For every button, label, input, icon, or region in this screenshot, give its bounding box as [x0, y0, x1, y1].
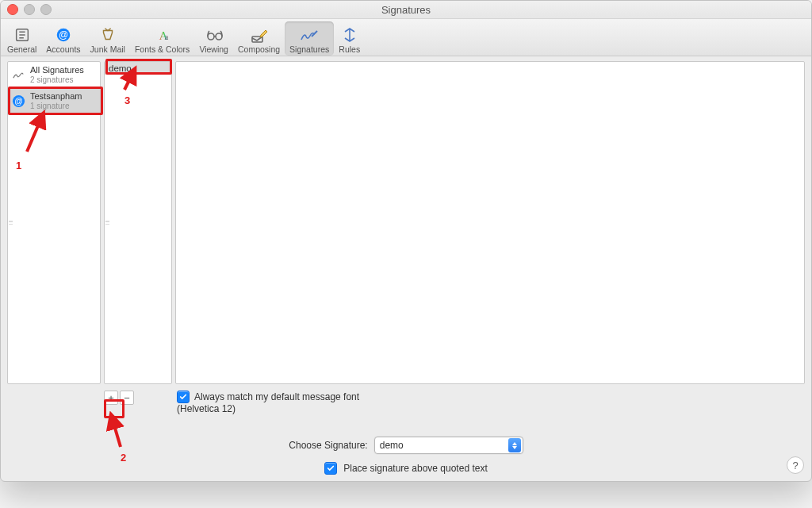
tab-label: Composing: [238, 44, 280, 54]
place-above-row: Place signature above quoted text: [1, 462, 811, 475]
account-subtitle: 1 signature: [30, 102, 82, 111]
at-icon: @: [53, 26, 74, 44]
below-columns: + − Always match my default message font…: [1, 387, 811, 416]
tab-junk[interactable]: Junk Mail: [86, 21, 130, 56]
tab-rules[interactable]: Rules: [334, 21, 365, 56]
remove-signature-button[interactable]: −: [120, 391, 134, 405]
choose-signature-value: demo: [380, 440, 404, 451]
tab-viewing[interactable]: Viewing: [194, 21, 233, 56]
tab-label: Fonts & Colors: [135, 44, 190, 54]
window-controls: [7, 4, 52, 15]
tab-general[interactable]: General: [2, 21, 41, 56]
tab-composing[interactable]: Composing: [233, 21, 285, 56]
titlebar: Signatures: [1, 1, 811, 19]
junk-icon: [98, 26, 118, 44]
window-close-button[interactable]: [7, 4, 18, 15]
svg-point-9: [216, 33, 222, 40]
tab-label: Junk Mail: [90, 44, 125, 54]
gear-icon: [12, 26, 33, 44]
svg-point-8: [208, 33, 214, 40]
signature-icon: [12, 68, 25, 82]
match-font-row: Always match my default message font: [177, 391, 803, 403]
at-icon: @: [12, 94, 25, 108]
preferences-toolbar: General @ Accounts Junk Mail A a Fonts &…: [1, 19, 811, 56]
svg-text:@: @: [59, 29, 68, 40]
place-above-label: Place signature above quoted text: [343, 463, 487, 474]
choose-signature-row: Choose Signature: demo: [1, 437, 811, 454]
signature-list-footer: + −: [104, 387, 172, 416]
tab-fonts-colors[interactable]: A a Fonts & Colors: [130, 21, 194, 56]
rules-icon: [339, 26, 360, 44]
tab-label: Viewing: [199, 44, 228, 54]
svg-text:a: a: [164, 33, 168, 41]
account-subtitle: 2 signatures: [30, 75, 84, 85]
accounts-item-all[interactable]: All Signatures 2 signatures: [8, 62, 100, 88]
signatures-list: demo: [104, 61, 172, 384]
content-area: All Signatures 2 signatures @ Testsanpha…: [1, 56, 811, 387]
signature-item-demo[interactable]: demo: [105, 62, 171, 75]
tab-label: General: [7, 44, 36, 54]
tab-accounts[interactable]: @ Accounts: [41, 21, 85, 56]
preferences-window: Signatures General @ Accounts Junk Mail: [0, 0, 812, 482]
tab-label: Rules: [339, 44, 360, 54]
window-minimize-button[interactable]: [24, 4, 35, 15]
place-above-checkbox[interactable]: [324, 462, 337, 475]
svg-text:@: @: [14, 97, 23, 106]
match-font-checkbox[interactable]: [177, 391, 190, 403]
signature-icon: [299, 26, 320, 44]
choose-signature-select[interactable]: demo: [374, 437, 523, 454]
font-detail: (Helvetica 12): [177, 403, 803, 414]
select-stepper-icon: [508, 438, 521, 452]
choose-signature-label: Choose Signature:: [289, 440, 367, 451]
signature-editor[interactable]: [175, 61, 805, 384]
match-font-label: Always match my default message font: [194, 391, 359, 402]
add-signature-button[interactable]: +: [104, 391, 118, 405]
tab-label: Accounts: [46, 44, 80, 54]
accounts-item-testsanpham[interactable]: @ Testsanpham 1 signature: [8, 88, 100, 114]
fonts-icon: A a: [152, 26, 173, 44]
glasses-icon: [204, 26, 224, 44]
account-name: Testsanpham: [30, 91, 82, 102]
help-button[interactable]: ?: [787, 456, 804, 474]
window-zoom-button[interactable]: [40, 4, 52, 15]
compose-icon: [249, 26, 270, 44]
tab-label: Signatures: [289, 44, 329, 54]
accounts-list: All Signatures 2 signatures @ Testsanpha…: [7, 61, 101, 384]
account-name: All Signatures: [30, 65, 84, 75]
tab-signatures[interactable]: Signatures: [285, 21, 334, 56]
window-title: Signatures: [1, 4, 811, 16]
signature-name: demo: [109, 64, 132, 73]
